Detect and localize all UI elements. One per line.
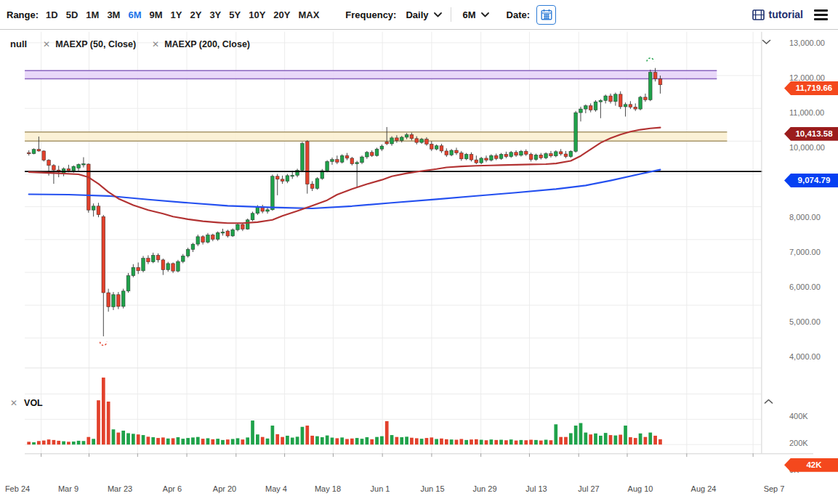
chart-app: Range: 1D5D1M3M6M9M1Y2Y3Y5Y10Y20YMAX Fre… [0, 0, 838, 504]
date-axis-label: Jun 1 [371, 484, 390, 493]
date-axis-label: Sep 7 [764, 484, 785, 493]
range-option-3y[interactable]: 3Y [209, 9, 221, 20]
ma50-value-badge: 10,413.58 [784, 127, 838, 141]
range-option-3m[interactable]: 3M [107, 9, 120, 20]
study-legend: null ✕ MAEXP (50, Close) ✕ MAEXP (200, C… [10, 38, 250, 49]
chevron-down-icon [434, 12, 442, 17]
tutorial-label: tutorial [769, 9, 803, 20]
date-axis-label: Jun 29 [472, 484, 496, 493]
frequency-label: Frequency: [345, 9, 396, 20]
date-axis-label: Jul 27 [578, 484, 599, 493]
volume-legend: ✕ VOL [10, 398, 43, 408]
range-option-1m[interactable]: 1M [86, 9, 99, 20]
chart-canvas[interactable] [0, 30, 838, 504]
volume-value-badge: 42K [784, 458, 838, 472]
period-select[interactable]: 6M [460, 8, 492, 22]
range-option-5d[interactable]: 5D [66, 9, 78, 20]
range-options: 1D5D1M3M6M9M1Y2Y3Y5Y10Y20YMAX [46, 9, 327, 20]
date-picker-button[interactable] [536, 5, 556, 25]
last-price-badge: 11,719.66 [784, 81, 838, 95]
hline-value-badge: 9,074.79 [784, 174, 838, 187]
date-axis-label: Aug 10 [628, 484, 653, 493]
price-axis-label: 11,000.00 [789, 108, 824, 117]
date-axis-label: Jul 13 [525, 484, 547, 493]
volume-label: VOL [24, 398, 43, 408]
date-axis-label: Jun 15 [420, 484, 444, 493]
collapse-price-pane-button[interactable] [762, 39, 771, 45]
range-option-20y[interactable]: 20Y [273, 9, 290, 20]
volume-axis-label: 200K [789, 439, 808, 447]
date-axis-label: Feb 24 [5, 484, 30, 493]
range-option-max[interactable]: MAX [298, 9, 319, 20]
date-axis-label: Apr 6 [163, 484, 182, 493]
period-value: 6M [463, 9, 476, 20]
date-axis-label: Mar 23 [108, 484, 132, 493]
date-axis-label: Aug 24 [691, 484, 717, 493]
range-label: Range: [7, 9, 39, 20]
range-option-10y[interactable]: 10Y [249, 9, 265, 20]
price-axis-label: 8,000.00 [789, 213, 821, 221]
chart-area: null ✕ MAEXP (50, Close) ✕ MAEXP (200, C… [0, 30, 838, 504]
price-axis-label: 10,000.00 [789, 143, 825, 152]
frequency-select[interactable]: Daily [403, 8, 444, 22]
price-axis-label: 13,000.00 [789, 38, 825, 47]
range-option-5y[interactable]: 5Y [229, 9, 241, 20]
symbol-label: null [10, 38, 27, 49]
price-axis-label: 12,000.00 [789, 73, 825, 82]
date-axis-label: May 18 [315, 484, 341, 493]
price-axis-label: 4,000.00 [789, 352, 821, 361]
price-axis-label: 6,000.00 [789, 283, 821, 291]
chevron-up-icon [764, 399, 773, 405]
toolbar-divider [451, 7, 451, 22]
range-option-9m[interactable]: 9M [150, 9, 163, 20]
date-axis-label: May 4 [265, 484, 287, 493]
range-option-1d[interactable]: 1D [46, 9, 58, 20]
chevron-down-icon [762, 39, 771, 45]
range-option-1y[interactable]: 1Y [171, 9, 182, 20]
calendar-icon [541, 9, 552, 20]
film-icon [752, 9, 765, 20]
tutorial-button[interactable]: tutorial [752, 9, 803, 20]
close-icon[interactable]: ✕ [152, 39, 159, 49]
date-label: Date: [507, 9, 531, 20]
frequency-value: Daily [406, 9, 428, 20]
range-option-6m[interactable]: 6M [128, 9, 141, 20]
date-axis-label: Apr 20 [213, 484, 236, 493]
range-option-2y[interactable]: 2Y [190, 9, 201, 20]
menu-button[interactable] [814, 9, 828, 20]
close-icon[interactable]: ✕ [10, 398, 17, 408]
date-axis-label: Mar 9 [58, 484, 78, 493]
price-axis-label: 5,000.00 [789, 317, 821, 326]
toolbar: Range: 1D5D1M3M6M9M1Y2Y3Y5Y10Y20YMAX Fre… [0, 0, 838, 30]
ma200-legend-label: MAEXP (200, Close) [164, 39, 250, 49]
price-axis-label: 7,000.00 [789, 248, 821, 256]
volume-axis-label: 400K [789, 412, 808, 420]
ma50-legend-label: MAEXP (50, Close) [55, 39, 136, 49]
chevron-down-icon [481, 12, 489, 17]
expand-volume-pane-button[interactable] [764, 399, 773, 405]
close-icon[interactable]: ✕ [43, 39, 50, 49]
